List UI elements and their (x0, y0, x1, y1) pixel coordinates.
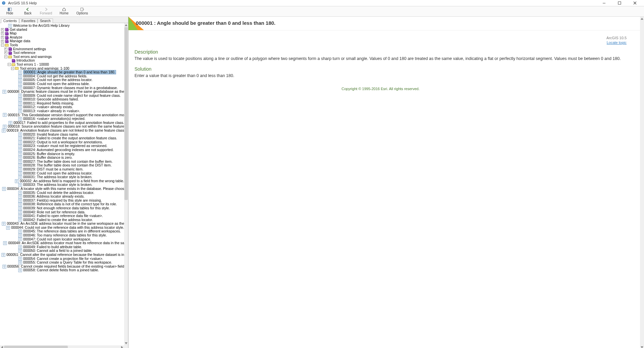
tree-errors-1-100[interactable]: −Tool errors and warnings: 1-100 (1, 67, 124, 71)
scroll-down-icon[interactable] (124, 341, 128, 345)
open-book-icon (5, 43, 9, 47)
minimize-button[interactable] (596, 0, 612, 6)
tree-topic[interactable]: 000039: Not enough reference data tables… (1, 206, 124, 210)
tree-horizontal-scrollbar[interactable] (0, 345, 124, 348)
tree-vertical-scrollbar[interactable] (124, 23, 128, 345)
scroll-left-icon[interactable] (0, 345, 4, 348)
tree-topic[interactable]: 000001: Angle should be greater than 0 a… (1, 70, 124, 74)
tree-expander[interactable]: + (4, 47, 7, 51)
tree-item-label: 000031: The address locator style is bro… (23, 175, 92, 179)
tree-topic[interactable]: 000051: Cannot alter the spatial referen… (1, 253, 124, 257)
tab-favorites[interactable]: Favorites (19, 18, 38, 23)
tree-item-label: Welcome to the ArcGIS Help Library (13, 24, 69, 28)
topic-icon (18, 148, 22, 152)
topic-icon (15, 179, 19, 183)
tree-topic[interactable]: 000006: Could not open the address table… (1, 82, 124, 86)
tree-topic[interactable]: 000008: Dynamic feature classes must be … (1, 90, 124, 94)
topic-icon (18, 132, 22, 136)
tab-search[interactable]: Search (38, 18, 53, 23)
tree-topic[interactable]: 000019: Annotation feature classes are n… (1, 129, 124, 133)
tree-book[interactable]: +Get started (1, 28, 124, 32)
topic-icon (18, 101, 22, 106)
tree-welcome[interactable]: Welcome to the ArcGIS Help Library (1, 24, 124, 28)
tree-book[interactable]: +Manage data (1, 39, 124, 43)
svg-rect-12 (6, 40, 7, 41)
tab-contents[interactable]: Contents (1, 18, 19, 23)
svg-rect-5 (10, 8, 11, 11)
tree-expander[interactable]: + (1, 28, 4, 31)
article-header: 000001 : Angle should be greater than 0 … (128, 17, 640, 30)
scrollbar-thumb[interactable] (4, 346, 68, 348)
tree-errors-range[interactable]: −Tool errors 1 - 10000 (1, 63, 124, 67)
tree-topic[interactable]: 000024: Automated geocoding indexes are … (1, 148, 124, 152)
home-icon (62, 7, 66, 12)
tree-expander[interactable]: + (1, 36, 4, 39)
solution-text: Enter a value that is greater than 0 and… (135, 73, 627, 79)
topic-icon (6, 226, 10, 230)
tree-item-label: Tools (10, 43, 18, 47)
topic-icon (18, 233, 22, 237)
locate-topic-link[interactable]: Locate topic (135, 41, 627, 45)
tree-item-label: 000029: DIST must be a numeric item. (23, 167, 84, 171)
svg-rect-9 (6, 28, 7, 29)
scroll-up-icon[interactable] (640, 17, 644, 21)
tree-expander[interactable]: − (4, 55, 7, 59)
closed-book-icon (8, 47, 12, 51)
tree-topic[interactable]: 000031: The address locator style is bro… (1, 175, 124, 179)
scroll-down-icon[interactable] (640, 345, 644, 348)
tree-topic[interactable]: 000034: A locator style with this name e… (1, 187, 124, 191)
contents-tree[interactable]: Welcome to the ArcGIS Help Library+Get s… (0, 23, 124, 272)
options-icon (80, 7, 84, 12)
tree-book[interactable]: +Tool reference (1, 51, 124, 55)
help-content-pane: 000001 : Angle should be greater than 0 … (128, 17, 644, 348)
tree-expander[interactable]: − (1, 43, 4, 47)
home-button[interactable]: Home (56, 7, 72, 16)
tree-topic[interactable]: 000058: Cannot delete fields from a join… (1, 268, 124, 272)
tree-item-label: 000008: Dynamic feature classes must be … (7, 90, 124, 94)
maximize-button[interactable] (612, 0, 627, 6)
svg-text:?: ? (3, 2, 5, 5)
tree-expander[interactable]: + (1, 40, 4, 43)
topic-icon (3, 125, 7, 129)
close-button[interactable] (627, 0, 643, 6)
svg-rect-2 (603, 3, 605, 3)
back-button[interactable]: Back (20, 7, 36, 16)
product-version-label: ArcGIS 10.5 (135, 36, 627, 40)
topic-icon (18, 210, 22, 214)
options-label: Options (76, 12, 88, 15)
topic-icon (18, 78, 22, 82)
topic-icon (18, 163, 22, 167)
tree-topic[interactable]: 000046: Too many reference data tables f… (1, 233, 124, 237)
tree-topic[interactable]: 000029: DIST must be a numeric item. (1, 167, 124, 171)
tree-topic[interactable]: 000013: <value> already in <value>. (1, 109, 124, 113)
tree-item-label: 000034: A locator style with this name e… (7, 187, 124, 191)
content-vertical-scrollbar[interactable] (640, 17, 644, 348)
tree-expander[interactable]: − (7, 63, 11, 66)
tree-topic[interactable]: 000041: Failed to open reference data fi… (1, 214, 124, 218)
topic-icon (2, 265, 6, 269)
home-label: Home (60, 12, 69, 15)
scroll-up-icon[interactable] (124, 23, 128, 27)
topic-icon (18, 136, 22, 140)
svg-rect-6 (81, 8, 83, 11)
tree-expander[interactable]: + (1, 31, 4, 35)
tree-expander[interactable]: − (11, 67, 14, 70)
tree-tools[interactable]: −Tools (1, 43, 124, 47)
scroll-right-icon[interactable] (120, 345, 124, 348)
tree-topic[interactable]: 000036: Address locator already exists. (1, 195, 124, 199)
scrollbar-thumb[interactable] (124, 27, 128, 200)
options-button[interactable]: Options (74, 7, 90, 16)
topic-icon (18, 82, 22, 86)
tree-item-label: Tool errors and warnings: 1-100 (20, 67, 69, 71)
topic-icon (18, 93, 22, 97)
hide-button[interactable]: Hide (2, 7, 17, 16)
nav-tabs: Contents Favorites Search (0, 17, 128, 23)
back-label: Back (24, 12, 32, 15)
forward-icon (44, 7, 48, 12)
svg-rect-14 (9, 52, 11, 53)
topic-icon (2, 129, 6, 133)
forward-button[interactable]: Forward (38, 7, 54, 16)
topic-icon (18, 171, 22, 175)
topic-icon (18, 70, 22, 74)
tree-expander[interactable]: + (4, 51, 7, 55)
